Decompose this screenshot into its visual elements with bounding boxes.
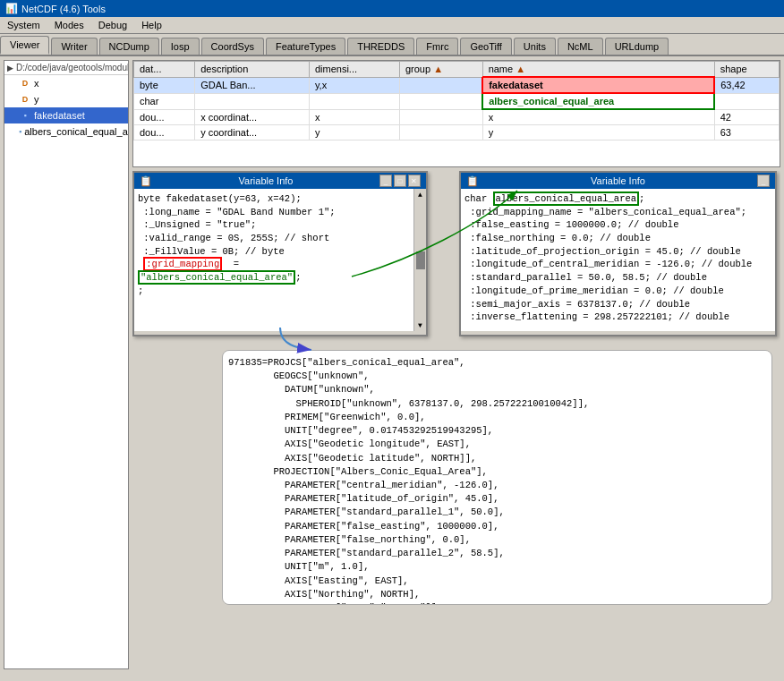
table-row[interactable]: dou... x coordinat... x x 42 [134,109,780,125]
cell-name: y [482,125,714,140]
tab-ncdump[interactable]: NCDump [99,38,159,55]
main-area: ▶ D:/code/java/geotools/modules/plugin/c… [0,56,784,673]
wkt-line: UNIT["degree", 0.017453292519943295], [228,424,766,438]
content-line: :inverse_flattening = 298.257222101; // … [464,311,771,324]
content-line: :longitude_of_prime_meridian = 0.0; // d… [464,285,771,298]
dim-y-icon: D [19,93,31,106]
cell-name: x [482,109,714,125]
tab-featuretypes[interactable]: FeatureTypes [266,38,345,55]
cell-name: fakedataset [482,77,714,93]
restore-left-button[interactable]: □ [394,175,406,187]
content-line-grid-mapping: :grid_mapping = "albers_conical_equal_ar… [138,258,410,284]
wkt-line: AXIS["Geodetic latitude", NORTH]], [228,452,766,465]
wkt-line: PARAMETER["latitude_of_origin", 45.0], [228,492,766,506]
content-line-albers-header: char albers_conical_equal_area; [464,192,771,206]
wkt-line: PROJECTION["Albers_Conic_Equal_Area"], [228,465,766,479]
wkt-line: UNIT["m", 1.0], [228,560,766,574]
cell-dim: y [309,125,399,140]
content-line: :valid_range = 0S, 255S; // short [138,232,410,245]
cell-dat: byte [134,77,195,93]
wkt-line: AXIS["Geodetic longitude", EAST], [228,438,766,451]
var-info-right-titlebar: 📋 Variable Info _ [461,173,775,189]
tab-writer[interactable]: Writer [51,38,97,55]
menu-system[interactable]: System [4,19,44,31]
wkt-line: DATUM["unknown", [228,383,766,396]
var-info-right-window: 📋 Variable Info _ char albers_conical_eq… [459,171,777,336]
tab-ncml[interactable]: NcML [558,38,603,55]
col-group[interactable]: group ▲ [399,62,482,78]
tree-var-fakedataset[interactable]: ▪ fakedataset [4,107,128,123]
col-name[interactable]: name ▲ [482,62,714,78]
cell-dat: dou... [134,109,195,125]
wkt-line: PARAMETER["standard_parallel_1", 50.0], [228,506,766,519]
minimize-right-button[interactable]: _ [757,175,770,187]
app-icon: 📊 [5,3,18,14]
scroll-up-left[interactable]: ▲ [418,191,422,199]
cell-group [399,93,482,109]
col-description[interactable]: description [195,62,310,78]
tree-dim-y[interactable]: D y [4,91,128,107]
dim-x-icon: D [19,77,31,89]
tree-dim-x[interactable]: D x [4,75,128,91]
wkt-line: AXIS["Easting", EAST], [228,575,766,588]
wkt-line: PARAMETER["false_easting", 1000000.0], [228,520,766,533]
col-shape[interactable]: shape [714,62,779,78]
sidebar: ▶ D:/code/java/geotools/modules/plugin/c… [4,60,129,669]
var-info-right-title: Variable Info [591,175,645,186]
content-line: :longitude_of_central_meridian = -126.0;… [464,258,771,271]
tree-var-albers[interactable]: ▪ albers_conical_equal_area [4,123,128,140]
cell-shape: 42 [714,109,779,125]
tab-viewer[interactable]: Viewer [0,36,49,55]
menu-modes[interactable]: Modes [51,19,88,31]
content-line: :long_name = "GDAL Band Number 1"; [138,206,410,219]
tab-bar: Viewer Writer NCDump Iosp CoordSys Featu… [0,34,784,56]
col-dimensions[interactable]: dimensi... [309,62,399,78]
var-info-right-buttons: _ [757,175,770,187]
cell-group [399,77,482,93]
content-line: ; [138,285,410,298]
close-left-button[interactable]: ✕ [408,175,421,187]
cell-dim: x [309,109,399,125]
cell-dat: dou... [134,125,195,140]
col-dat[interactable]: dat... [134,62,195,78]
wkt-line: PARAMETER["standard_parallel_2", 58.5], [228,547,766,560]
table-row[interactable]: byte GDAL Ban... y,x fakedataset 63,42 [134,77,780,93]
var-albers-icon: ▪ [19,125,21,138]
cell-group [399,109,482,125]
tab-geotiff[interactable]: GeoTiff [460,38,511,55]
tree-path: ▶ D:/code/java/geotools/modules/plugin/c… [4,61,128,75]
tab-iosp[interactable]: Iosp [161,38,200,55]
scrollbar-left[interactable]: ▲ ▼ [413,189,426,331]
cell-desc [195,93,310,109]
grid-mapping-key: :grid_mapping [143,257,222,271]
wkt-line: 971835=PROJCS["albers_conical_equal_area… [228,356,766,370]
menu-help[interactable]: Help [138,19,166,31]
content-line: :_Unsigned = "true"; [138,218,410,232]
tab-thredds[interactable]: THREDDS [347,38,414,55]
wkt-line: AUTHORITY["EPSG","971835"]] [228,601,766,605]
title-bar: 📊 NetCDF (4.6) Tools [0,0,784,17]
scroll-down-left[interactable]: ▼ [418,321,422,329]
table-row[interactable]: char albers_conical_equal_area [134,93,780,109]
tab-units[interactable]: Units [514,38,556,55]
tab-fmrc[interactable]: Fmrc [416,38,458,55]
var-info-left-icon: 📋 [140,175,152,187]
tab-coordsys[interactable]: CoordSys [201,38,264,55]
var-info-left-content: byte fakedataset(y=63, x=42); :long_name… [134,189,413,331]
var-info-left-title: Variable Info [239,175,294,186]
content-line: :latitude_of_projection_origin = 45.0; /… [464,245,771,259]
cell-dim: y,x [309,77,399,93]
var-info-right-content: char albers_conical_equal_area; :grid_ma… [461,189,775,331]
wkt-line: AXIS["Northing", NORTH], [228,588,766,601]
menu-debug[interactable]: Debug [95,19,131,31]
content-line: :standard_parallel = 50.0, 58.5; // doub… [464,271,771,285]
table-row[interactable]: dou... y coordinat... y y 63 [134,125,780,140]
cell-desc: x coordinat... [195,109,310,125]
content-line: :semi_major_axis = 6378137.0; // double [464,298,771,311]
content-line: :false_easting = 1000000.0; // double [464,218,771,232]
wkt-line: SPHEROID["unknown", 6378137.0, 298.25722… [228,397,766,411]
data-table-container: dat... description dimensi... group ▲ na… [132,60,780,167]
cell-desc: GDAL Ban... [195,77,310,93]
tab-urldump[interactable]: URLdump [605,38,669,55]
minimize-left-button[interactable]: _ [379,175,392,187]
